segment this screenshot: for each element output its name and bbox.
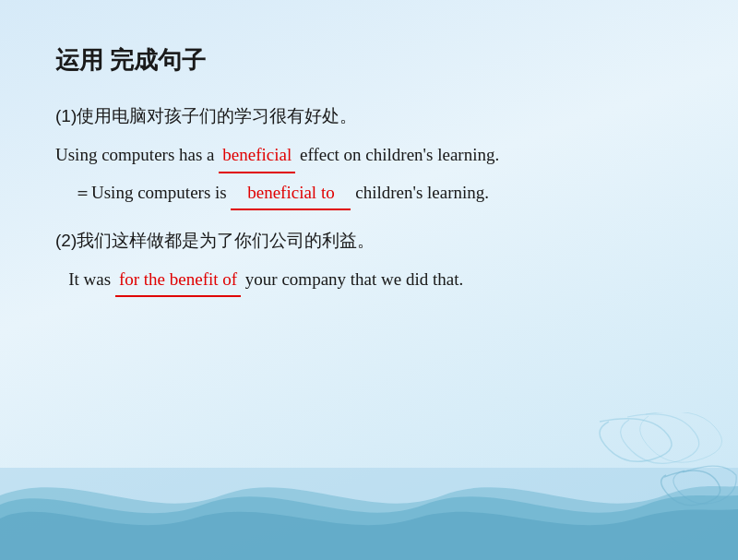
sentence-1a: Using computers has a beneficial effect … — [55, 139, 683, 173]
blank-for-the-benefit-of: for the benefit of — [115, 264, 241, 297]
sentence-2a-prefix: It was — [55, 269, 115, 289]
page-title: 运用 完成句子 — [55, 44, 683, 77]
sentence-1b-suffix: children's learning. — [351, 183, 489, 202]
exercise-2-chinese: (2)我们这样做都是为了你们公司的利益。 — [55, 227, 683, 255]
sentence-1b: ＝Using computers is beneficial to childr… — [55, 177, 683, 210]
sentence-1a-suffix: effect on children's learning. — [295, 145, 499, 164]
blank-beneficial: beneficial — [219, 139, 295, 173]
exercise-1-chinese: (1)使用电脑对孩子们的学习很有好处。 — [55, 102, 683, 130]
exercise-1: (1)使用电脑对孩子们的学习很有好处。 Using computers has … — [55, 102, 683, 210]
sentence-2a: It was for the benefit of your company t… — [55, 264, 683, 297]
blank-beneficial-to: beneficial to — [231, 177, 351, 210]
sentence-2a-suffix: your company that we did that. — [241, 269, 463, 289]
wave-decoration — [0, 412, 738, 560]
exercise-2: (2)我们这样做都是为了你们公司的利益。 It was for the bene… — [55, 227, 683, 298]
sentence-1b-prefix: ＝Using computers is — [74, 183, 231, 202]
sentence-1a-prefix: Using computers has a — [55, 145, 219, 164]
